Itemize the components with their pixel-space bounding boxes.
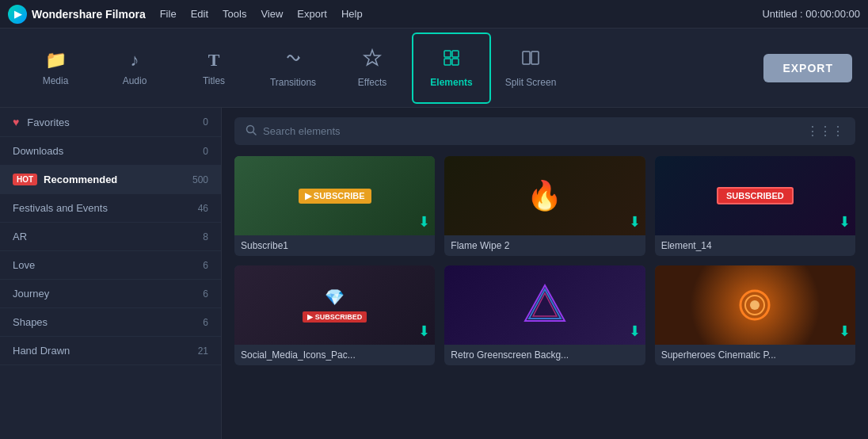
element-thumb-element14: SUBSCRIBED ⬇ — [655, 156, 855, 235]
heart-icon: ♥ — [13, 116, 19, 128]
tool-media-label: Media — [43, 75, 69, 86]
sidebar-label-downloads: Downloads — [13, 145, 203, 157]
grid-view-icon[interactable]: ⋮⋮⋮ — [806, 124, 844, 139]
element-thumb-social-media: 💎 ▶ SUBSCRIBED ⬇ — [234, 265, 435, 345]
search-bar: ⋮⋮⋮ — [234, 117, 855, 145]
download-icon-social-media: ⬇ — [418, 323, 430, 340]
element-card-flame-wipe[interactable]: 🔥 ⬇ Flame Wipe 2 — [444, 156, 645, 256]
svg-rect-4 — [444, 59, 451, 65]
element-thumb-retro: ⬇ — [444, 265, 645, 345]
sidebar-label-recommended: Recommended — [44, 174, 192, 185]
download-icon-retro: ⬇ — [629, 323, 641, 340]
sidebar-item-hand-drawn[interactable]: Hand Drawn 21 — [0, 337, 221, 365]
sidebar-count-journey: 6 — [203, 288, 208, 300]
sidebar-label-favorites: Favorites — [27, 116, 203, 128]
search-input[interactable] — [263, 125, 800, 137]
sidebar-item-festivals[interactable]: Festivals and Events 46 — [0, 194, 221, 223]
sidebar-label-love: Love — [13, 259, 203, 271]
element-name-element14: Element_14 — [655, 235, 855, 256]
sidebar-collapse-arrow[interactable]: ◀ — [221, 261, 222, 285]
menu-bar: ▶ Wondershare Filmora File Edit Tools Vi… — [0, 0, 868, 29]
element-thumb-superheroes: ⬇ — [655, 265, 855, 345]
tool-audio[interactable]: ♪ Audio — [95, 32, 174, 104]
element-card-retro[interactable]: ⬇ Retro Greenscreen Backg... — [444, 265, 645, 365]
tool-elements[interactable]: Elements — [412, 32, 491, 104]
element-card-social-media[interactable]: 💎 ▶ SUBSCRIBED ⬇ Social_Media_Icons_Pac.… — [234, 265, 435, 365]
effects-icon — [363, 48, 382, 72]
sidebar-count-festivals: 46 — [198, 203, 208, 214]
search-icon — [246, 124, 257, 138]
element-name-subscribe1: Subscribe1 — [234, 235, 435, 256]
element-card-subscribe1[interactable]: ▶ SUBSCRIBE ⬇ Subscribe1 — [234, 156, 435, 256]
sidebar-count-ar: 8 — [203, 231, 208, 242]
sidebar-item-recommended[interactable]: HOT Recommended 500 — [0, 166, 221, 194]
download-icon-superheroes: ⬇ — [839, 323, 851, 340]
element-card-element14[interactable]: SUBSCRIBED ⬇ Element_14 — [655, 156, 855, 256]
tool-media[interactable]: 📁 Media — [16, 32, 95, 104]
element-thumb-flame-wipe: 🔥 ⬇ — [444, 156, 645, 235]
sidebar-label-shapes: Shapes — [13, 316, 203, 328]
tool-audio-label: Audio — [123, 75, 147, 86]
sidebar: ♥ Favorites 0 Downloads 0 HOT Recommende… — [0, 108, 222, 439]
menu-export[interactable]: Export — [297, 8, 327, 20]
svg-rect-7 — [531, 52, 539, 64]
app-logo: ▶ Wondershare Filmora — [8, 5, 146, 24]
tool-titles[interactable]: T Titles — [174, 32, 253, 104]
media-icon: 📁 — [45, 50, 67, 71]
sidebar-label-journey: Journey — [13, 288, 203, 300]
sidebar-item-ar[interactable]: AR 8 — [0, 223, 221, 251]
svg-rect-6 — [523, 52, 530, 64]
sidebar-label-festivals: Festivals and Events — [13, 202, 198, 214]
download-icon-subscribe1: ⬇ — [418, 213, 430, 231]
element-name-flame-wipe: Flame Wipe 2 — [444, 235, 645, 256]
menu-view[interactable]: View — [261, 8, 283, 20]
element-name-social-media: Social_Media_Icons_Pac... — [234, 345, 435, 365]
sidebar-item-shapes[interactable]: Shapes 6 — [0, 308, 221, 337]
audio-icon: ♪ — [131, 50, 139, 71]
svg-line-9 — [253, 132, 257, 136]
element-card-superheroes[interactable]: ⬇ Superheroes Cinematic P... — [655, 265, 855, 365]
sidebar-count-hand-drawn: 21 — [198, 345, 208, 357]
element-name-retro: Retro Greenscreen Backg... — [444, 345, 645, 365]
sidebar-count-shapes: 6 — [203, 317, 208, 328]
svg-rect-3 — [452, 51, 459, 57]
sidebar-item-journey[interactable]: Journey 6 — [0, 280, 221, 308]
tool-elements-label: Elements — [430, 77, 472, 88]
sidebar-count-love: 6 — [203, 260, 208, 271]
tool-transitions-label: Transitions — [270, 77, 316, 88]
hot-badge: HOT — [13, 174, 37, 185]
sidebar-label-ar: AR — [13, 231, 203, 242]
tool-split-screen-label: Split Screen — [505, 77, 557, 88]
svg-point-15 — [750, 300, 760, 310]
svg-rect-5 — [452, 59, 459, 65]
download-icon-flame-wipe: ⬇ — [629, 213, 641, 231]
menu-tools[interactable]: Tools — [223, 8, 246, 20]
download-icon-element14: ⬇ — [839, 213, 851, 231]
element-thumb-subscribe1: ▶ SUBSCRIBE ⬇ — [234, 156, 435, 235]
window-title: Untitled : 00:00:00:00 — [762, 8, 860, 20]
sidebar-count-recommended: 500 — [192, 174, 208, 185]
tool-effects[interactable]: Effects — [333, 32, 412, 104]
menu-file[interactable]: File — [160, 8, 177, 20]
menu-help[interactable]: Help — [341, 8, 363, 20]
sidebar-label-hand-drawn: Hand Drawn — [13, 345, 198, 357]
app-logo-icon: ▶ — [8, 5, 27, 24]
svg-rect-2 — [444, 51, 451, 57]
tool-transitions[interactable]: Transitions — [253, 32, 333, 104]
elements-icon — [442, 48, 461, 72]
sidebar-item-love[interactable]: Love 6 — [0, 251, 221, 280]
sidebar-count-downloads: 0 — [203, 146, 208, 157]
tool-split-screen[interactable]: Split Screen — [491, 32, 570, 104]
transitions-icon — [284, 48, 303, 72]
elements-grid: ▶ SUBSCRIBE ⬇ Subscribe1 🔥 ⬇ Flame Wipe … — [234, 156, 855, 365]
sidebar-item-favorites[interactable]: ♥ Favorites 0 — [0, 108, 221, 137]
tool-titles-label: Titles — [203, 75, 225, 86]
menu-edit[interactable]: Edit — [191, 8, 208, 20]
sidebar-item-downloads[interactable]: Downloads 0 — [0, 137, 221, 166]
tool-effects-label: Effects — [358, 77, 386, 88]
export-button[interactable]: EXPORT — [763, 54, 852, 82]
sidebar-count-favorites: 0 — [203, 116, 208, 128]
svg-marker-0 — [298, 55, 300, 60]
app-name: Wondershare Filmora — [32, 8, 146, 21]
split-screen-icon — [521, 48, 540, 72]
